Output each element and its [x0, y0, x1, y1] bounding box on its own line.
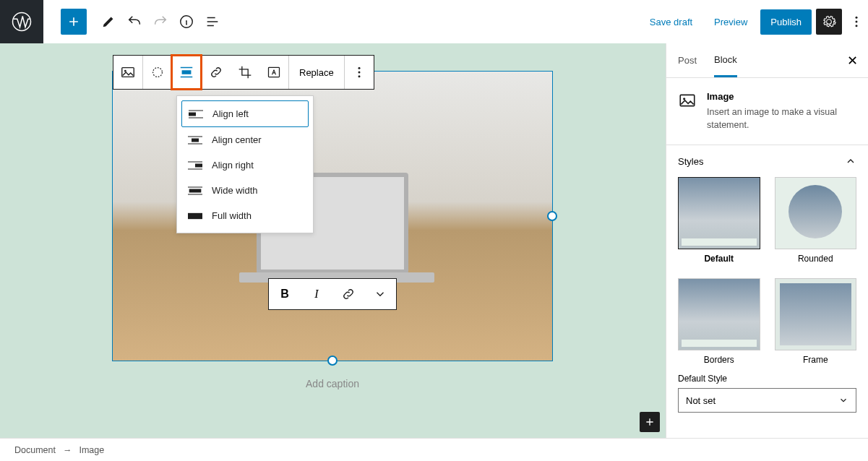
wide-width-icon — [187, 186, 203, 196]
align-option-label: Align left — [212, 108, 249, 119]
text-overlay-icon[interactable] — [259, 56, 288, 89]
style-default[interactable]: Default — [678, 177, 760, 264]
style-grid: Default Rounded Borders Frame — [678, 177, 856, 365]
svg-rect-8 — [182, 70, 192, 74]
align-option-left[interactable]: Align left — [181, 100, 309, 127]
svg-point-4 — [856, 25, 858, 27]
undo-icon[interactable] — [121, 9, 147, 35]
align-option-center[interactable]: Align center — [181, 127, 309, 152]
editor-topbar: Save draft Preview Publish — [0, 0, 868, 43]
align-option-label: Full width — [212, 210, 252, 221]
svg-rect-17 — [188, 212, 202, 218]
block-type-icon[interactable] — [113, 56, 142, 89]
svg-rect-15 — [195, 163, 202, 167]
breadcrumb-current[interactable]: Image — [79, 445, 104, 455]
align-option-full[interactable]: Full width — [181, 203, 309, 228]
more-format-icon[interactable] — [364, 279, 396, 309]
align-option-right[interactable]: Align right — [181, 152, 309, 178]
svg-rect-14 — [192, 138, 199, 142]
align-option-label: Align center — [212, 134, 262, 145]
svg-point-12 — [358, 75, 360, 77]
align-option-wide[interactable]: Wide width — [181, 178, 309, 203]
svg-rect-5 — [122, 68, 134, 77]
add-block-after-button[interactable] — [640, 412, 660, 432]
save-draft-button[interactable]: Save draft — [641, 11, 701, 33]
settings-sidebar: Post Block ✕ Image Insert an image to ma… — [666, 43, 868, 438]
info-icon[interactable] — [173, 9, 199, 35]
resize-handle-right[interactable] — [547, 211, 557, 221]
full-width-icon — [187, 211, 203, 221]
svg-rect-16 — [189, 189, 202, 192]
block-more-icon[interactable] — [345, 56, 374, 89]
caption-format-toolbar: B I — [268, 278, 397, 310]
default-style-select[interactable]: Not set — [678, 388, 856, 413]
sidebar-tabs: Post Block ✕ — [666, 43, 868, 78]
outline-icon[interactable] — [199, 9, 225, 35]
close-sidebar-icon[interactable]: ✕ — [847, 53, 858, 69]
italic-button[interactable]: I — [301, 279, 332, 309]
editor-main: B I Add caption — [0, 43, 868, 438]
toolbar-right: Save draft Preview Publish — [641, 9, 867, 35]
block-description: Insert an image to make a visual stateme… — [707, 106, 856, 132]
edit-mode-icon[interactable] — [95, 9, 121, 35]
block-info: Image Insert an image to make a visual s… — [666, 78, 868, 145]
replace-button[interactable]: Replace — [289, 56, 344, 89]
svg-point-7 — [153, 68, 163, 77]
styles-heading[interactable]: Styles — [678, 155, 856, 167]
svg-point-2 — [856, 17, 858, 19]
insert-link-icon[interactable] — [202, 56, 231, 89]
editor-canvas[interactable]: B I Add caption — [0, 43, 666, 438]
align-left-icon — [188, 109, 204, 119]
breadcrumb: Document → Image — [0, 438, 868, 461]
align-button[interactable] — [172, 56, 201, 89]
align-center-icon — [187, 135, 203, 145]
link-button[interactable] — [332, 279, 364, 309]
align-dropdown: Align left Align center Align right Wide… — [176, 95, 314, 233]
toolbar-left — [43, 9, 225, 35]
more-options-icon[interactable] — [846, 9, 867, 35]
tab-post[interactable]: Post — [678, 45, 697, 76]
align-option-label: Wide width — [212, 185, 258, 196]
breadcrumb-root[interactable]: Document — [14, 445, 56, 455]
svg-rect-18 — [680, 95, 695, 105]
redo-icon[interactable] — [147, 9, 173, 35]
tab-block[interactable]: Block — [714, 44, 737, 77]
add-block-button[interactable] — [61, 9, 87, 35]
svg-rect-9 — [269, 67, 280, 77]
resize-handle-bottom[interactable] — [327, 356, 338, 366]
bold-button[interactable]: B — [269, 279, 301, 309]
preview-button[interactable]: Preview — [705, 11, 756, 33]
chevron-up-icon — [845, 155, 856, 167]
svg-point-3 — [856, 21, 858, 23]
svg-point-10 — [358, 67, 360, 69]
styles-panel: Styles Default Rounded Borders — [666, 145, 868, 423]
crop-icon[interactable] — [231, 56, 259, 89]
align-right-icon — [187, 160, 203, 171]
block-title: Image — [707, 91, 856, 102]
default-style-label: Default Style — [678, 374, 856, 384]
drag-handle-icon[interactable] — [143, 56, 172, 89]
style-frame[interactable]: Frame — [775, 278, 857, 365]
wordpress-logo[interactable] — [0, 0, 43, 43]
align-option-label: Align right — [212, 160, 254, 171]
publish-button[interactable]: Publish — [760, 9, 812, 35]
chevron-down-icon — [838, 395, 848, 405]
style-rounded[interactable]: Rounded — [775, 177, 857, 264]
breadcrumb-separator: → — [63, 445, 72, 455]
image-block-icon — [678, 91, 697, 110]
svg-point-11 — [358, 72, 360, 74]
settings-icon[interactable] — [816, 9, 842, 35]
svg-rect-13 — [189, 112, 196, 116]
style-borders[interactable]: Borders — [678, 278, 760, 365]
block-toolbar: Replace — [113, 55, 374, 90]
